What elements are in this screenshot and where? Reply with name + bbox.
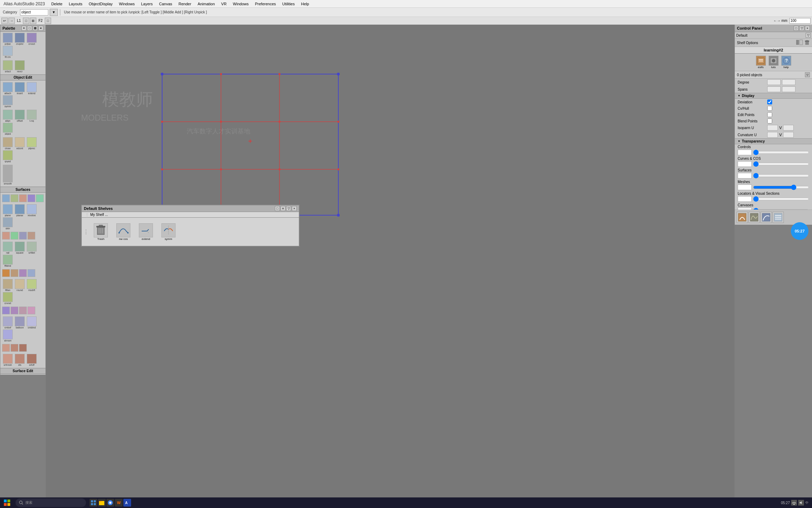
- cp-bottom-xffmcv-icon[interactable]: [737, 212, 748, 223]
- surf-icon7[interactable]: [11, 232, 18, 240]
- symm-icon[interactable]: [3, 95, 13, 105]
- taskbar-explorer-btn[interactable]: [98, 499, 106, 507]
- nwcos-icon[interactable]: [116, 223, 130, 237]
- cp-eslfs-icon[interactable]: eslfs: [756, 56, 766, 69]
- toolbar2-btn1[interactable]: ↩: [1, 18, 8, 24]
- close-icon2[interactable]: [3, 137, 13, 147]
- revolve-icon[interactable]: [27, 204, 37, 214]
- surf-icon17[interactable]: [27, 307, 35, 314]
- smooth-icon[interactable]: [3, 165, 13, 182]
- surf-icon14[interactable]: [2, 307, 10, 314]
- planar-icon[interactable]: [15, 204, 25, 214]
- cp-shelf-trash-icon[interactable]: [804, 40, 810, 46]
- offset-icon[interactable]: [15, 110, 25, 120]
- toolbar2-btn3[interactable]: □: [23, 18, 29, 24]
- menu-layouts[interactable]: Layouts: [66, 1, 85, 7]
- strnsm-icon[interactable]: [3, 329, 13, 339]
- palette-min-btn[interactable]: □: [27, 26, 32, 31]
- cp-bottom-curva-icon[interactable]: [761, 212, 772, 223]
- cp-spans-input2[interactable]: [782, 86, 795, 92]
- skin-icon[interactable]: [3, 217, 13, 227]
- surf-icon13[interactable]: [27, 269, 35, 277]
- cp-help-icon[interactable]: ? help: [781, 56, 791, 69]
- surf-icon4[interactable]: [27, 194, 35, 202]
- shelves-min-btn[interactable]: □: [275, 206, 280, 211]
- surf-icon2[interactable]: [11, 194, 18, 202]
- fitcrv-icon[interactable]: [3, 46, 13, 56]
- cp-shelf-drop-btn[interactable]: ▽: [806, 33, 811, 38]
- menu-windows[interactable]: Windows: [116, 1, 138, 7]
- surf-icon5[interactable]: [36, 194, 44, 202]
- crvsct-icon[interactable]: [27, 33, 37, 43]
- cmblnd-icon[interactable]: [27, 316, 37, 326]
- shelves-menu-btn[interactable]: ≡: [281, 206, 285, 211]
- srtsct-icon[interactable]: [3, 60, 13, 70]
- square-icon[interactable]: [15, 242, 25, 252]
- toolbar2-btn4[interactable]: ⊞: [30, 18, 36, 24]
- cp-spans-input1[interactable]: [767, 86, 781, 92]
- cp-degree-input2[interactable]: [782, 79, 795, 85]
- shelves-tab-label[interactable]: My Shelf ...: [90, 213, 108, 217]
- palette-close-btn[interactable]: ×: [38, 26, 43, 31]
- surf-icon8[interactable]: [19, 232, 27, 240]
- surf-icon15[interactable]: [11, 307, 18, 314]
- viewport[interactable]: 模教师 MODELERS 汽车数字人才实训基地: [46, 25, 734, 497]
- cp-transparency-section[interactable]: ▼ Transparency: [735, 138, 812, 144]
- cp-surfaces-val[interactable]: 0.000: [738, 173, 752, 179]
- menu-help[interactable]: Help: [298, 1, 312, 7]
- toolbar-pick-btn[interactable]: ▼: [50, 9, 58, 16]
- taskbar-office-btn[interactable]: W: [115, 499, 123, 507]
- taskbar-search[interactable]: 搜索: [16, 498, 86, 507]
- cp-meshes-slider[interactable]: [753, 185, 809, 190]
- menu-utilities[interactable]: Utilities: [279, 1, 297, 7]
- category-input[interactable]: [20, 9, 48, 16]
- cp-surfaces-slider[interactable]: [753, 173, 809, 178]
- cp-locators-slider[interactable]: [753, 196, 809, 201]
- cp-curvaturev-input[interactable]: [783, 132, 794, 138]
- rail-icon[interactable]: [3, 242, 13, 252]
- cp-tuts-icon[interactable]: tuts: [769, 56, 779, 69]
- cp-deviation-check[interactable]: [767, 99, 772, 104]
- surf-icon10[interactable]: [2, 269, 10, 277]
- surf-icon3[interactable]: [19, 194, 27, 202]
- surf-icon6[interactable]: [2, 232, 10, 240]
- extend-icon[interactable]: [27, 82, 37, 92]
- cp-bottom-1sedit-icon[interactable]: [773, 212, 784, 223]
- taskbar-alias-btn[interactable]: A: [123, 499, 131, 507]
- cp-editpoints-check[interactable]: [767, 112, 772, 117]
- qryed-icon[interactable]: [3, 150, 13, 160]
- menu-canvas[interactable]: Canvas: [156, 1, 175, 7]
- menu-objectdisplay[interactable]: ObjectDisplay: [86, 1, 116, 7]
- cp-blendpoints-check[interactable]: [767, 119, 772, 123]
- extend-icon2[interactable]: [139, 223, 153, 237]
- crvplnr-icon[interactable]: [15, 33, 25, 43]
- revcrv-icon[interactable]: [15, 60, 25, 70]
- srfillet-icon[interactable]: [27, 242, 37, 252]
- cp-pin-btn[interactable]: □: [794, 26, 799, 31]
- cp-bottom-srfnsf-icon[interactable]: [749, 212, 760, 223]
- shelves-drop-btn[interactable]: ▽: [286, 206, 291, 211]
- plane-icon[interactable]: [3, 204, 13, 214]
- symm-icon2[interactable]: [161, 223, 176, 237]
- fiflan-icon[interactable]: [3, 279, 13, 289]
- msdrft-icon[interactable]: [27, 279, 37, 289]
- cmbof-icon[interactable]: [3, 316, 13, 326]
- menu-vr[interactable]: VR: [219, 1, 229, 7]
- trash-icon[interactable]: [94, 223, 108, 237]
- fftblnd-icon[interactable]: [3, 255, 13, 265]
- tray-volume-icon[interactable]: [798, 500, 804, 506]
- insert-icon[interactable]: [15, 82, 25, 92]
- cp-cvhull-check[interactable]: [767, 106, 772, 111]
- cp-display-section[interactable]: ▼ Display: [735, 93, 812, 99]
- surf-icon12[interactable]: [19, 269, 27, 277]
- shelves-close-btn[interactable]: ×: [292, 206, 297, 211]
- surf-icon19[interactable]: [11, 344, 18, 352]
- ptprec-icon[interactable]: [27, 137, 37, 147]
- menu-animation[interactable]: Animation: [195, 1, 218, 7]
- cp-drop-btn[interactable]: ▽: [799, 26, 804, 31]
- cp-curvatureu-input[interactable]: [767, 132, 778, 138]
- align-icon[interactable]: [3, 110, 13, 120]
- menu-preferences[interactable]: Preferences: [252, 1, 278, 7]
- cp-close-btn[interactable]: ×: [805, 26, 810, 31]
- attach-icon[interactable]: [3, 82, 13, 92]
